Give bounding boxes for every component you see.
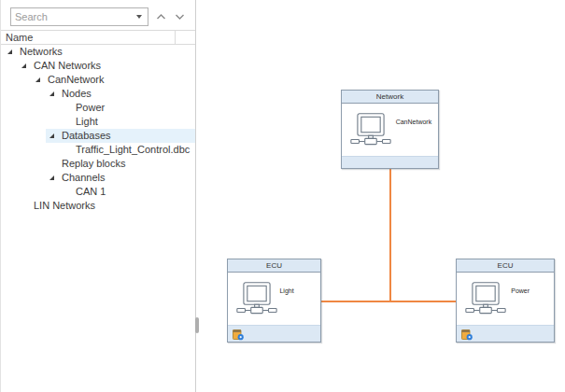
tree-item-label: Replay blocks: [62, 158, 125, 169]
tree-expander-icon[interactable]: [35, 77, 40, 82]
ecu-power-box-label: Power: [511, 287, 530, 294]
tree-item-label: LIN Networks: [34, 200, 95, 211]
tree-item[interactable]: CAN 1: [1, 185, 195, 199]
ecu-power-box-footer: [457, 325, 554, 342]
search-next-button[interactable]: [172, 9, 187, 24]
ecu-power-box-body: Power: [457, 273, 554, 325]
ecu-power-box-header: ECU: [457, 259, 554, 273]
tree-expander-icon[interactable]: [21, 63, 26, 68]
tree-item-label: CanNetwork: [48, 74, 105, 85]
network-box-label: CanNetwork: [396, 119, 432, 125]
ecu-light-box-footer: [228, 325, 320, 342]
network-box-body: CanNetwork: [342, 104, 438, 156]
network-box-header: Network: [342, 91, 438, 104]
application-window: Name NetworksCAN NetworksCanNetworkNodes…: [0, 0, 565, 392]
search-row: [1, 0, 195, 30]
tree-item-label: Traffic_Light_Control.dbc: [76, 144, 190, 155]
tree-expander-icon[interactable]: [49, 175, 54, 180]
search-previous-button[interactable]: [153, 9, 168, 24]
tree-item[interactable]: Nodes: [1, 87, 195, 101]
ecu-power-box-title: ECU: [498, 261, 514, 270]
tree-item-label: Light: [76, 116, 98, 127]
name-column-label: Name: [6, 31, 33, 45]
ecu-computer-icon: [465, 282, 506, 315]
tree-expander-icon[interactable]: [7, 49, 12, 54]
tree-item-label: CAN Networks: [34, 60, 101, 71]
tree-item-label: Nodes: [62, 88, 92, 99]
dropdown-arrow-icon[interactable]: [136, 15, 142, 19]
tree-item[interactable]: Networks: [1, 45, 195, 59]
network-bus-line-vertical: [389, 169, 391, 301]
tree-expander-icon[interactable]: [49, 133, 54, 138]
column-separator[interactable]: [175, 31, 176, 44]
tree-item[interactable]: Traffic_Light_Control.dbc: [1, 143, 195, 157]
network-box-footer: [342, 156, 438, 168]
tree-item[interactable]: LIN Networks: [1, 199, 195, 213]
tree-expander-icon[interactable]: [49, 91, 54, 96]
ecu-light-box-title: ECU: [266, 261, 282, 270]
tree-item[interactable]: Replay blocks: [1, 157, 195, 171]
network-computer-icon: [350, 113, 391, 147]
tree-item[interactable]: Light: [1, 115, 195, 129]
database-config-icon[interactable]: [232, 328, 245, 341]
tree-item[interactable]: CAN Networks: [1, 59, 195, 73]
tree-item[interactable]: Channels: [1, 171, 195, 185]
network-explorer-panel: Name NetworksCAN NetworksCanNetworkNodes…: [0, 0, 196, 392]
tree: NetworksCAN NetworksCanNetworkNodesPower…: [1, 45, 195, 392]
ecu-power-node-box[interactable]: ECU Power: [456, 259, 555, 343]
tree-item-label: Databases: [62, 130, 111, 141]
tree-item-label: CAN 1: [76, 186, 106, 197]
ecu-light-box-header: ECU: [228, 259, 320, 273]
search-combobox[interactable]: [10, 7, 148, 26]
network-node-box[interactable]: Network CanNetwork: [341, 90, 439, 169]
tree-column-header[interactable]: Name: [1, 30, 195, 45]
ecu-computer-icon: [236, 282, 277, 315]
tree-item-label: Channels: [62, 172, 105, 183]
tree-item-label: Power: [76, 102, 105, 113]
ecu-bus-line-horizontal: [321, 301, 456, 302]
network-box-title: Network: [376, 92, 403, 101]
chevron-up-icon: [156, 13, 166, 21]
ecu-light-node-box[interactable]: ECU Light: [227, 259, 321, 343]
topology-diagram-canvas[interactable]: Network CanNetwork ECU: [197, 0, 565, 392]
ecu-light-box-body: Light: [228, 273, 320, 325]
tree-item[interactable]: Databases: [1, 129, 195, 143]
chevron-down-icon: [175, 13, 185, 21]
tree-item-label: Networks: [20, 46, 63, 57]
tree-item[interactable]: Power: [1, 101, 195, 115]
search-input[interactable]: [11, 11, 136, 22]
tree-item[interactable]: CanNetwork: [1, 73, 195, 87]
database-config-icon[interactable]: [460, 328, 473, 341]
ecu-light-box-label: Light: [279, 287, 293, 294]
